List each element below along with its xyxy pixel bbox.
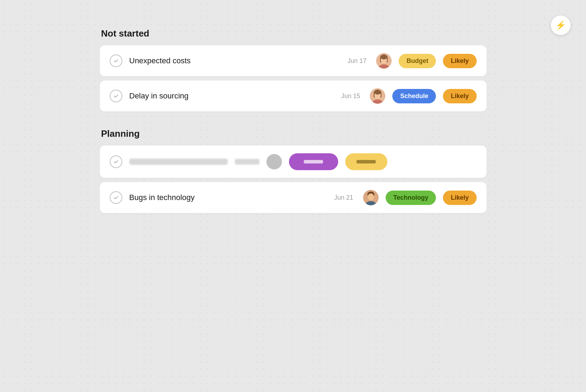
- blurred-task-date: [235, 159, 259, 165]
- badge-yellow-blank: [345, 153, 387, 170]
- check-icon[interactable]: [110, 54, 122, 67]
- svg-point-14: [368, 193, 374, 200]
- avatar: [370, 88, 385, 104]
- task-card-unexpected-costs[interactable]: Unexpected costsJun 17 BudgetLikely: [100, 45, 487, 76]
- badge-budget: Budget: [399, 54, 436, 68]
- avatar-placeholder: [266, 154, 282, 169]
- task-name: Unexpected costs: [129, 56, 341, 65]
- lightning-button[interactable]: ⚡: [551, 15, 571, 35]
- section-not-started: Not started Unexpected costsJun 17: [100, 28, 487, 111]
- task-date: Jun 21: [334, 194, 353, 201]
- blurred-task-name: [129, 159, 228, 165]
- check-icon[interactable]: [110, 191, 122, 204]
- section-title-planning: Planning: [100, 128, 487, 139]
- badge-schedule: Schedule: [392, 89, 436, 103]
- badge-purple: [289, 153, 338, 170]
- task-card-bugs-in-technology[interactable]: Bugs in technologyJun 21 TechnologyLikel…: [100, 182, 487, 213]
- task-date: Jun 17: [347, 57, 366, 65]
- avatar: [376, 53, 392, 69]
- section-planning: Planning Bugs in technologyJun 21 Techno…: [100, 128, 487, 213]
- check-icon[interactable]: [110, 90, 122, 102]
- badge-likely: Likely: [443, 89, 476, 103]
- avatar: [363, 190, 379, 205]
- main-container: Not started Unexpected costsJun 17: [100, 28, 487, 230]
- task-card-blurred-item[interactable]: [100, 146, 487, 178]
- badge-likely: Likely: [443, 191, 476, 205]
- task-name: Delay in sourcing: [129, 91, 334, 101]
- badge-likely: Likely: [443, 54, 476, 68]
- svg-point-4: [381, 54, 387, 59]
- lightning-icon: ⚡: [555, 20, 566, 30]
- task-name: Bugs in technology: [129, 193, 327, 202]
- task-date: Jun 15: [341, 92, 360, 100]
- svg-point-10: [374, 90, 381, 95]
- section-title-not-started: Not started: [100, 28, 487, 39]
- badge-technology: Technology: [386, 191, 436, 205]
- check-icon[interactable]: [110, 155, 122, 168]
- task-card-delay-in-sourcing[interactable]: Delay in sourcingJun 15 ScheduleLikely: [100, 81, 487, 111]
